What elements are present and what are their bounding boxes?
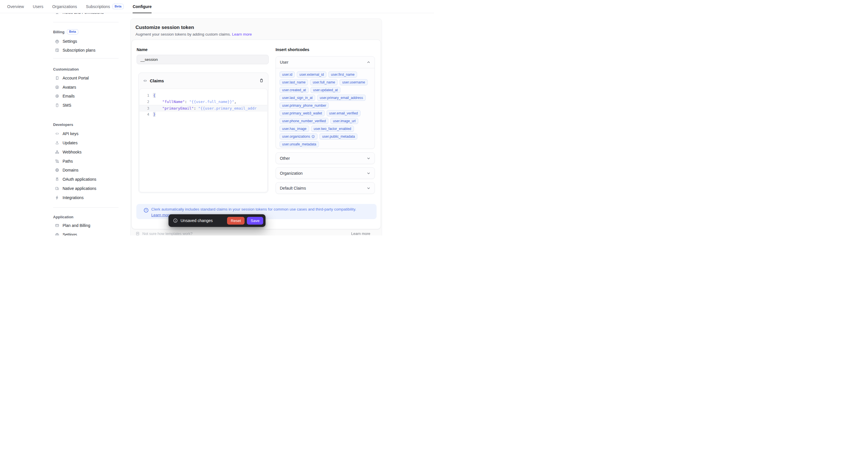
copy-icon[interactable] <box>259 78 264 83</box>
shortcode-chip-user-phone-number-verified[interactable]: user.phone_number_verified <box>280 118 329 124</box>
sidebar-item-webhooks[interactable]: Webhooks <box>55 149 82 155</box>
accordion-default-claims-header[interactable]: Default Claims <box>276 182 375 194</box>
shortcode-chip-user-external-id[interactable]: user.external_id <box>297 71 327 77</box>
shortcode-chip-user-primary-phone-number[interactable]: user.primary_phone_number <box>280 102 329 108</box>
chevron-up-icon <box>367 60 371 64</box>
page-subtitle-text: Augment your session tokens by adding cu… <box>135 32 231 36</box>
chip-label: user.primary_phone_number <box>282 104 326 108</box>
line-number: 2 <box>140 99 149 105</box>
code-line-content: "primaryEmail": "{{user.primary_email_ad… <box>149 105 257 111</box>
code-line-content: } <box>149 111 156 117</box>
sidebar-item-label: Updates <box>63 140 78 145</box>
nav-tab-configure[interactable]: Configure <box>133 0 152 13</box>
reset-button[interactable]: Reset <box>227 217 245 225</box>
shortcode-chip-user-has-image[interactable]: user.has_image <box>280 126 309 132</box>
page-title: Customize session token <box>135 25 194 30</box>
chevron-down-icon <box>367 171 371 175</box>
nav-tab-label: Configure <box>133 4 152 9</box>
sidebar-item-settings[interactable]: Settings <box>55 38 77 44</box>
unsaved-changes-toast: Unsaved changes Reset Save <box>168 214 266 227</box>
sidebar-item-settings[interactable]: Settings <box>55 232 77 236</box>
section-label-text: Developers <box>53 123 73 127</box>
chip-label: user.primary_email_address <box>320 96 363 100</box>
nav-tab-overview[interactable]: Overview <box>7 0 24 13</box>
sidebar-item-label: Settings <box>63 39 77 44</box>
code-line-3: 3 "primaryEmail": "{{user.primary_email_… <box>140 105 267 111</box>
footer-learn-more-link[interactable]: Learn more <box>351 232 370 236</box>
sidebar-item-plan-and-billing[interactable]: Plan and Billing <box>55 222 90 229</box>
shortcode-chip-user-created-at[interactable]: user.created_at <box>280 87 309 93</box>
templates-footer-text: Not sure how templates work? <box>143 232 193 236</box>
code-line-4: 4} <box>140 111 267 117</box>
sidebar-item-oauth-applications[interactable]: OAuth applications <box>55 176 96 182</box>
sidebar-item-api-keys[interactable]: API keys <box>55 131 79 137</box>
shortcode-chip-user-unsafe-metadata[interactable]: user.unsafe_metadata <box>280 141 319 147</box>
code-area: 1{2 "fullName": "{{user.full_name}}",3 "… <box>140 89 267 117</box>
subtitle-learn-more-link[interactable]: Learn more <box>232 32 252 36</box>
shortcode-chip-user-last-name[interactable]: user.last_name <box>280 79 308 85</box>
upload-icon <box>55 140 59 145</box>
nav-tab-users[interactable]: Users <box>33 0 43 13</box>
chip-label: user.public_metadata <box>322 135 355 139</box>
chip-row: user.iduser.external_iduser.first_name <box>280 71 371 77</box>
sidebar-item-account-portal[interactable]: Account Portal <box>55 75 89 81</box>
chip-label: user.id <box>282 73 292 76</box>
sidebar-item-label: Integrations <box>63 195 84 200</box>
chevron-down-icon <box>367 156 371 160</box>
shortcode-chip-user-last-sign-in-at[interactable]: user.last_sign_in_at <box>280 95 315 101</box>
chip-label: user.two_factor_enabled <box>314 127 351 131</box>
sidebar-item-integrations[interactable]: Integrations <box>55 195 84 201</box>
nav-tab-organizations[interactable]: Organizations <box>52 0 77 13</box>
shortcode-chip-user-public-metadata[interactable]: user.public_metadata <box>319 133 358 139</box>
subscription-plans-icon <box>55 48 59 53</box>
shortcode-chip-user-primary-email-address[interactable]: user.primary_email_address <box>317 95 366 101</box>
shortcode-chip-user-primary-web3-wallet[interactable]: user.primary_web3_wallet <box>280 110 324 116</box>
sidebar-item-label: Settings <box>63 232 77 236</box>
sidebar-item-domains[interactable]: Domains <box>55 167 79 173</box>
globe-icon <box>55 168 59 172</box>
shortcode-chip-user-two-factor-enabled[interactable]: user.two_factor_enabled <box>311 126 354 132</box>
sidebar-item-updates[interactable]: Updates <box>55 140 78 146</box>
shortcode-chip-user-first-name[interactable]: user.first_name <box>329 71 357 77</box>
name-input[interactable] <box>136 55 269 64</box>
shortcode-chip-user-username[interactable]: user.username <box>340 79 367 85</box>
shortcode-chip-user-email-verified[interactable]: user.email_verified <box>327 110 361 116</box>
shortcode-chip-user-full-name[interactable]: user.full_name <box>310 79 338 85</box>
sidebar-item-label: SMS <box>63 103 71 108</box>
beta-badge: Beta <box>112 4 124 9</box>
sidebar-item-native-applications[interactable]: Native applications <box>55 185 96 192</box>
chip-row: user.last_nameuser.full_nameuser.usernam… <box>280 79 371 85</box>
section-label-text: Application <box>53 215 73 219</box>
accordion-other-header[interactable]: Other <box>276 153 375 164</box>
chip-label: user.last_name <box>282 80 305 84</box>
chip-label: user.created_at <box>282 88 306 92</box>
sidebar-item-label: OAuth applications <box>63 177 96 181</box>
accordion-default-claims: Default Claims <box>276 182 375 194</box>
sidebar-item-subscription-plans[interactable]: Subscription plans <box>55 47 95 53</box>
shortcode-chip-user-organizations[interactable]: user.organizations <box>280 133 317 139</box>
nav-tab-subscriptions[interactable]: SubscriptionsBeta <box>86 0 124 13</box>
phone-icon <box>55 103 59 108</box>
chip-row: user.primary_phone_number <box>280 102 371 108</box>
code-icon <box>55 131 59 136</box>
chip-label: user.updated_at <box>313 88 338 92</box>
chip-label: user.has_image <box>282 127 307 131</box>
shortcode-chip-user-id[interactable]: user.id <box>280 71 295 77</box>
shortcode-chip-user-updated-at[interactable]: user.updated_at <box>311 87 340 93</box>
sidebar-item-avatars[interactable]: Avatars <box>55 84 76 90</box>
sidebar-item-paths[interactable]: Paths <box>55 158 73 164</box>
claims-code-editor[interactable]: 1{2 "fullName": "{{user.full_name}}",3 "… <box>139 89 268 192</box>
nav-tab-label: Users <box>33 4 43 9</box>
shortcode-chip-user-image-url[interactable]: user.image_url <box>330 118 358 124</box>
sidebar-item-sms[interactable]: SMS <box>55 102 71 108</box>
accordion-organization-header[interactable]: Organization <box>276 168 375 179</box>
accordion-user-header[interactable]: User <box>276 57 375 68</box>
banner-learn-more-link[interactable]: Learn more <box>151 213 171 217</box>
chip-label: user.image_url <box>333 119 355 123</box>
card-icon <box>55 223 59 228</box>
accordion-label: Organization <box>280 171 303 175</box>
chip-row: user.created_atuser.updated_at <box>280 87 371 93</box>
sidebar-item-emails[interactable]: Emails <box>55 93 74 99</box>
save-button[interactable]: Save <box>247 217 263 225</box>
chip-label: user.phone_number_verified <box>282 119 326 123</box>
